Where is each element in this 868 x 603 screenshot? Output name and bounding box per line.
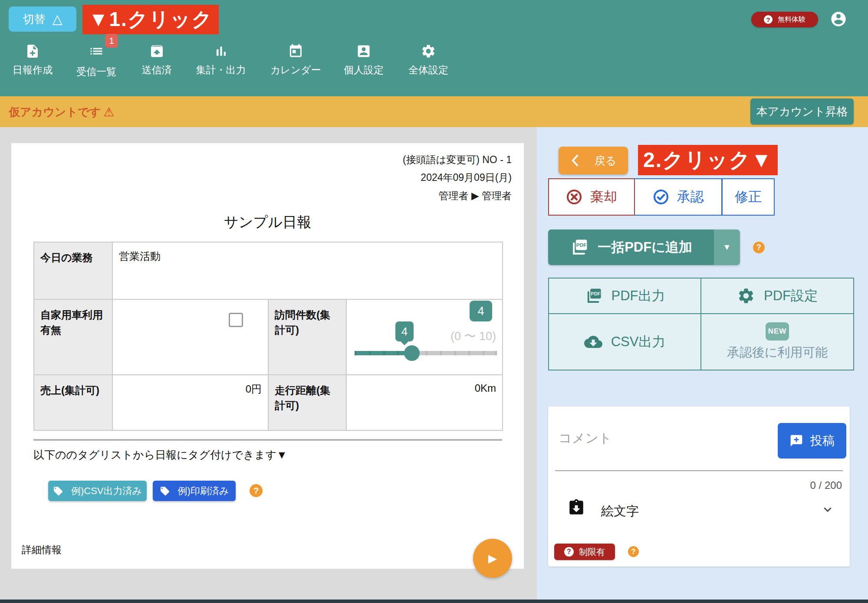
slider-handle[interactable] (404, 345, 420, 361)
tag-icon (160, 486, 170, 496)
bulk-pdf-group: PDF 一括PDFに追加 ▼ (548, 229, 740, 265)
field-value-sales: 0円 (112, 375, 268, 430)
nav-item-aggregate-output[interactable]: 集計・出力 (196, 43, 246, 77)
app-header: 切替 △ ▼1.クリック 日報作成 1 受信一覧 送信済 集計・出力 カレンダー… (0, 0, 868, 96)
help-icon: ? (764, 15, 773, 24)
bulk-pdf-help-button[interactable]: ? (753, 242, 765, 253)
approve-button[interactable]: 承認 (635, 178, 722, 216)
nav-item-global-settings[interactable]: 全体設定 (408, 43, 448, 77)
pdf-stack-icon: PDF (570, 238, 589, 257)
comment-input[interactable] (559, 426, 763, 450)
post-label: 投稿 (810, 433, 835, 449)
person-icon (356, 43, 372, 59)
new-badge: NEW (766, 322, 789, 341)
nav-item-inbox[interactable]: 1 受信一覧 (76, 43, 116, 79)
nav-label: 個人設定 (344, 63, 384, 77)
calendar-icon (288, 43, 303, 59)
pdf-export-button[interactable]: PDF PDF出力 (548, 278, 701, 314)
nav-item-sent[interactable]: 送信済 (142, 43, 172, 77)
play-icon: ▶ (488, 552, 497, 565)
next-page-fab[interactable]: ▶ (473, 539, 512, 578)
bulk-pdf-label: 一括PDFに追加 (598, 238, 692, 256)
slider-ticks (355, 351, 497, 355)
reject-button[interactable]: 棄却 (548, 178, 635, 216)
nav-item-create-report[interactable]: 日報作成 (13, 43, 53, 77)
restricted-label: 制限有 (579, 546, 605, 558)
slider-range-label: (0 〜 10) (450, 328, 496, 344)
gear-icon (737, 287, 755, 305)
clipboard-download-icon[interactable] (567, 498, 585, 517)
post-comment-button[interactable]: 投稿 (778, 423, 846, 459)
nav-item-calendar[interactable]: カレンダー (270, 43, 321, 77)
field-label-today: 今日の業務 (34, 242, 112, 299)
report-area: (接頭語は変更可) NO - 1 2024年09月09日(月) 管理者 ▶ 管理… (0, 127, 537, 600)
field-label-distance: 走行距離(集計可) (268, 375, 346, 430)
pdf-stack-icon: PDF (585, 287, 603, 305)
annotation-step2: 2.クリック▼ (638, 145, 778, 175)
field-label-visits: 訪問件数(集計可) (268, 299, 346, 375)
warning-icon: ⚠ (103, 105, 114, 119)
triangle-up-icon: △ (52, 13, 62, 26)
dropdown-icon: ▼ (723, 243, 731, 252)
back-label: 戻る (595, 154, 617, 168)
field-value-visits: 4 (0 〜 10) 4 (346, 299, 503, 375)
csv-locked-note: 承認後に利用可能 (727, 344, 828, 361)
report-table: 今日の業務 営業活動 自家用車利用有無 訪問件数(集計可) 4 (0 〜 10)… (33, 242, 503, 431)
report-meta: (接頭語は変更可) NO - 1 2024年09月09日(月) 管理者 ▶ 管理… (403, 151, 512, 205)
nav-label: 送信済 (142, 63, 172, 77)
nav-label: カレンダー (270, 63, 321, 77)
slider-track[interactable] (355, 351, 497, 355)
csv-export-button[interactable]: CSV出力 (548, 314, 701, 370)
route-to: 管理者 (482, 190, 512, 201)
nav-label: 日報作成 (13, 63, 53, 77)
account-button[interactable] (830, 10, 847, 28)
csv-locked-cell: NEW 承認後に利用可能 (701, 314, 854, 370)
field-value-today: 営業活動 (112, 242, 503, 299)
export-grid: PDF PDF出力 PDF設定 CSV出力 NEW 承認後に利用可能 (548, 278, 854, 370)
report-title: サンプル日報 (11, 213, 524, 232)
outbox-icon (149, 43, 164, 59)
message-plus-icon (789, 434, 803, 448)
chevron-down-icon[interactable] (822, 504, 833, 515)
comment-underline (555, 470, 843, 471)
promote-account-button[interactable]: 本アカウント昇格 (750, 98, 854, 125)
back-button[interactable]: 戻る (559, 147, 628, 174)
details-label: 詳細情報 (22, 543, 62, 557)
tag-icon (53, 486, 63, 496)
temp-account-warning: 仮アカウントです ⚠ (9, 105, 114, 120)
warning-text: 仮アカウントです (9, 105, 101, 120)
tags-help-button[interactable]: ? (250, 484, 263, 497)
account-circle-icon (830, 10, 847, 28)
tag-printed[interactable]: 例)印刷済み (153, 481, 236, 501)
nav-label: 集計・出力 (196, 63, 246, 77)
action-panel: 戻る 2.クリック▼ 棄却 承認 修正 PDF 一括PDFに追加 ▼ ? PDF… (537, 127, 868, 600)
report-route: 管理者 ▶ 管理者 (403, 187, 512, 205)
field-label-sales: 売上(集計可) (34, 375, 112, 430)
slider-tooltip: 4 (395, 321, 414, 341)
report-date: 2024年09月09日(月) (403, 169, 512, 187)
annotation-step1: ▼1.クリック (82, 5, 219, 34)
note-add-icon (25, 43, 40, 59)
tag-label: 例)CSV出力済み (71, 485, 142, 498)
revise-button[interactable]: 修正 (722, 178, 775, 216)
field-label-private-car: 自家用車利用有無 (34, 299, 112, 375)
restricted-button[interactable]: ? 制限有 (554, 544, 615, 560)
tag-csv-exported[interactable]: 例)CSV出力済み (48, 481, 147, 501)
svg-text:PDF: PDF (591, 291, 601, 296)
nav-item-personal-settings[interactable]: 個人設定 (344, 43, 384, 77)
help-icon: ? (564, 547, 574, 557)
free-trial-button[interactable]: ? 無料体験 (751, 12, 818, 27)
bulk-pdf-button[interactable]: PDF 一括PDFに追加 (548, 229, 714, 265)
pdf-settings-button[interactable]: PDF設定 (701, 278, 854, 314)
circle-x-icon (566, 189, 582, 205)
window-bottom-edge (0, 600, 868, 603)
switch-button[interactable]: 切替 △ (9, 7, 76, 32)
route-arrow-icon: ▶ (471, 190, 479, 201)
private-car-checkbox[interactable] (229, 313, 243, 327)
section-divider (33, 439, 502, 441)
bulk-pdf-dropdown[interactable]: ▼ (714, 229, 740, 265)
pdf-settings-label: PDF設定 (764, 287, 818, 305)
inbox-count-badge: 1 (105, 34, 118, 48)
cloud-download-icon (584, 333, 602, 351)
restricted-help-button[interactable]: ? (628, 546, 639, 557)
